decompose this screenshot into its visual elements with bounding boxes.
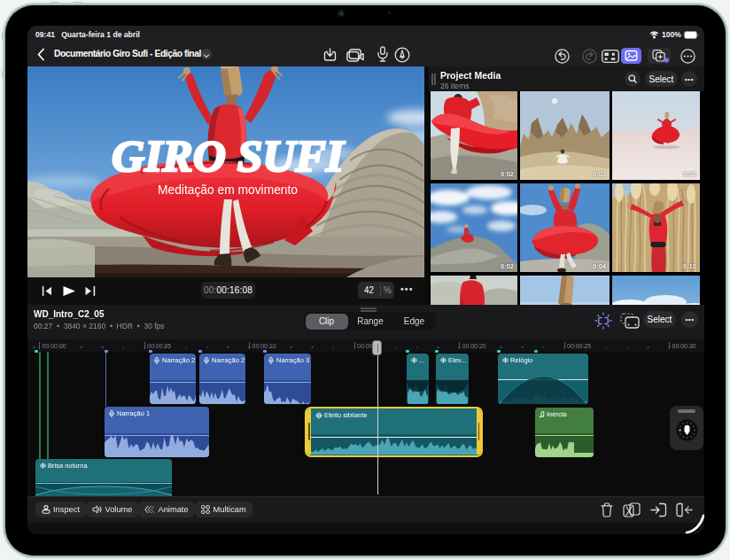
svg-text:Meditação em movimento: Meditação em movimento (158, 183, 298, 197)
svg-text:GIRO SUFI: GIRO SUFI (112, 131, 346, 181)
